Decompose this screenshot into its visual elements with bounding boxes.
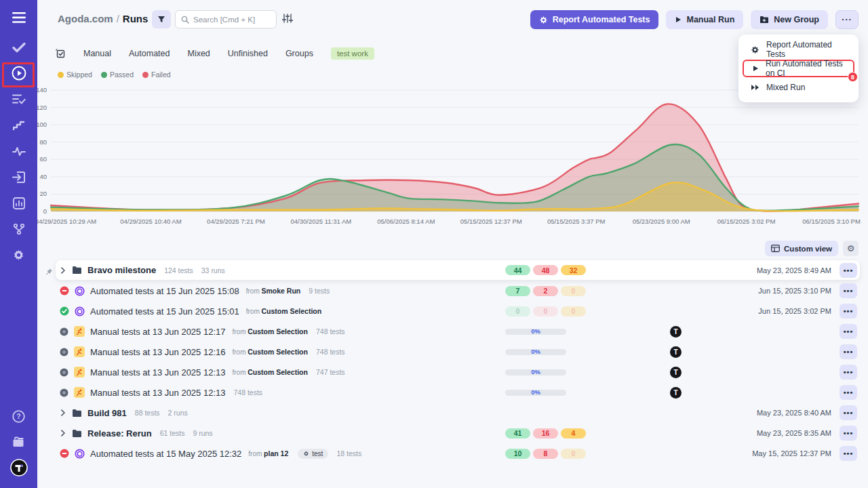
custom-view-button[interactable]: Custom view — [765, 241, 838, 256]
tab-automated[interactable]: Automated — [129, 49, 170, 58]
sidebar-item-pulse[interactable] — [6, 140, 31, 165]
group-title[interactable]: Release: Rerun — [87, 428, 152, 439]
expand-chevron-icon[interactable] — [60, 430, 66, 436]
expand-chevron-icon[interactable] — [60, 409, 66, 416]
table-row[interactable]: Manual tests at 13 Jun 2025 12:16 from C… — [56, 342, 860, 362]
tab-manual[interactable]: Manual — [83, 49, 111, 58]
view-settings-button[interactable]: ⚙ — [843, 241, 859, 256]
assignee-avatar[interactable]: T — [670, 367, 682, 378]
in-progress-status-icon — [60, 368, 68, 377]
assignee-avatar[interactable]: T — [670, 346, 682, 358]
tab-unfinished[interactable]: Unfinished — [228, 49, 268, 58]
legend-item-skipped[interactable]: Skipped — [58, 70, 92, 79]
breadcrumb-page: Runs — [123, 13, 149, 24]
search-icon — [181, 16, 189, 24]
table-row[interactable]: Bravo milestone 124 tests 33 runs444832M… — [56, 260, 860, 280]
run-source: from Custom Selection — [232, 327, 307, 336]
sidebar-item-menu[interactable] — [6, 7, 31, 31]
folder-icon — [72, 266, 82, 274]
folder-plus-icon — [760, 16, 769, 24]
sidebar-item-tests-check[interactable] — [6, 37, 31, 61]
more-actions-button[interactable]: ··· — [835, 10, 859, 29]
manual-run-label: Manual Run — [686, 15, 734, 24]
table-row[interactable]: Manual tests at 13 Jun 2025 12:13 748 te… — [56, 382, 860, 403]
sidebar-item-avatar-logo[interactable] — [6, 457, 31, 481]
run-date: May 23, 2025 8:40 AM — [757, 409, 831, 417]
failed-status-icon — [60, 286, 69, 296]
row-menu-button[interactable]: ••• — [840, 344, 857, 359]
badge-skipped: 0 — [561, 306, 586, 317]
row-menu-button[interactable]: ••• — [840, 365, 857, 380]
run-date: Jun 15, 2025 3:02 PM — [758, 307, 831, 315]
group-runs-count: 33 runs — [201, 266, 225, 274]
table-row[interactable]: Automated tests at 15 Jun 2025 15:01 fro… — [56, 301, 860, 321]
sliders-icon[interactable] — [282, 13, 293, 26]
run-date: May 23, 2025 8:35 AM — [757, 429, 831, 437]
run-title[interactable]: Manual tests at 13 Jun 2025 12:17 — [90, 327, 225, 337]
menu-item-2[interactable]: Mixed Run — [743, 79, 854, 96]
group-title[interactable]: Build 981 — [87, 408, 127, 418]
row-menu-button[interactable]: ••• — [840, 426, 857, 441]
sidebar-item-branches[interactable] — [6, 218, 31, 243]
tab-mixed[interactable]: Mixed — [187, 49, 210, 58]
legend-item-passed[interactable]: Passed — [101, 70, 134, 79]
row-menu-button[interactable]: ••• — [840, 446, 857, 461]
svg-text:?: ? — [16, 412, 20, 420]
run-title[interactable]: Automated tests at 15 Jun 2025 15:01 — [90, 306, 239, 317]
row-menu-button[interactable]: ••• — [840, 304, 857, 319]
sidebar-item-test-plans[interactable] — [6, 88, 31, 113]
assignee-avatar[interactable]: T — [670, 326, 682, 338]
new-group-button[interactable]: New Group — [751, 10, 828, 29]
legend-item-failed[interactable]: Failed — [142, 70, 171, 79]
menu-item-1[interactable]: Run Automated Tests on CI8 — [743, 60, 854, 77]
table-row[interactable]: Automated tests at 15 Jun 2025 15:08 fro… — [56, 281, 860, 301]
table-row[interactable]: Automated tests at 15 May 2025 12:32 fro… — [56, 443, 860, 464]
sidebar-item-milestones[interactable] — [6, 115, 31, 139]
expand-chevron-icon[interactable] — [60, 267, 66, 274]
run-title[interactable]: Manual tests at 13 Jun 2025 12:13 — [90, 388, 225, 398]
sidebar-item-help[interactable]: ? — [6, 405, 31, 430]
row-menu-button[interactable]: ••• — [840, 283, 857, 298]
run-title[interactable]: Automated tests at 15 May 2025 12:32 — [90, 449, 241, 459]
group-title[interactable]: Bravo milestone — [87, 265, 156, 275]
sidebar-item-settings-gear[interactable] — [6, 244, 31, 268]
row-menu-button[interactable]: ••• — [840, 263, 857, 278]
row-main: Bravo milestone 124 tests 33 runs — [60, 265, 225, 275]
row-menu-button[interactable]: ••• — [840, 385, 857, 400]
tab-groups[interactable]: Groups — [285, 49, 313, 58]
table-row[interactable]: Build 981 88 tests 2 runsMay 23, 2025 8:… — [56, 403, 860, 423]
filter-button[interactable] — [152, 10, 171, 28]
automated-run-icon — [75, 449, 85, 459]
svg-text:120: 120 — [37, 104, 47, 111]
folder-icon — [72, 429, 82, 438]
tag-pill[interactable]: test work — [331, 47, 374, 60]
row-main: Automated tests at 15 Jun 2025 15:08 fro… — [60, 286, 330, 296]
badge-passed: 41 — [505, 428, 530, 439]
group-runs-count: 2 runs — [168, 409, 188, 417]
run-type-tabs: ManualAutomatedMixedUnfinishedGroupstest… — [56, 47, 374, 60]
assignee-avatar[interactable]: T — [670, 387, 682, 399]
help-icon: ? — [12, 410, 25, 426]
search-box[interactable] — [175, 10, 277, 28]
sidebar-item-import[interactable] — [6, 166, 31, 190]
search-input[interactable] — [193, 16, 268, 24]
table-row[interactable]: Manual tests at 13 Jun 2025 12:13 from C… — [56, 362, 860, 382]
sidebar-item-projects[interactable] — [6, 431, 31, 455]
menu-item-0[interactable]: Report Automated Tests — [743, 41, 854, 58]
sidebar-item-analytics[interactable] — [6, 192, 31, 217]
row-main: Manual tests at 13 Jun 2025 12:17 from C… — [60, 326, 345, 337]
run-title[interactable]: Manual tests at 13 Jun 2025 12:13 — [90, 367, 225, 378]
row-menu-button[interactable]: ••• — [840, 324, 857, 339]
select-all-icon[interactable] — [56, 49, 66, 59]
manual-run-button[interactable]: Manual Run — [666, 10, 743, 29]
run-title[interactable]: Manual tests at 13 Jun 2025 12:16 — [90, 347, 225, 357]
report-automated-tests-button[interactable]: Report Automated Tests — [530, 10, 659, 29]
table-row[interactable]: Release: Rerun 61 tests 9 runs41164May 2… — [56, 423, 860, 443]
sidebar-item-runs-play[interactable] — [6, 62, 31, 87]
run-title[interactable]: Automated tests at 15 Jun 2025 15:08 — [90, 286, 239, 296]
row-menu-button[interactable]: ••• — [840, 405, 857, 420]
in-progress-status-icon — [60, 327, 68, 336]
svg-text:0: 0 — [43, 207, 47, 215]
breadcrumb-project[interactable]: Agoda.com — [58, 13, 113, 24]
table-row[interactable]: Manual tests at 13 Jun 2025 12:17 from C… — [56, 321, 860, 342]
